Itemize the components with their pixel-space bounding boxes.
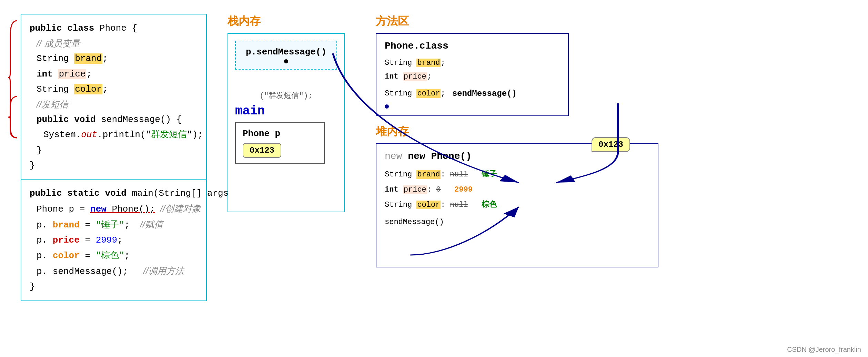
class-line-5: String color;	[37, 82, 198, 97]
phone-class-title: Phone.class	[385, 41, 560, 51]
stack-section: 栈内存 p.sendMessage() ("群发短信"); main Phone…	[228, 14, 359, 212]
heap-address-badge: 0x123	[592, 137, 630, 152]
class-line-9: }	[37, 143, 198, 158]
red-brace-method	[7, 93, 21, 141]
main-line-3: p. brand = "锤子"; //赋值	[37, 217, 198, 233]
method-send-label: sendMessage()	[452, 86, 517, 101]
class-line-2: // 成员变量	[37, 36, 198, 51]
heap-outer-box: 0x123 new new Phone() String brand: null…	[376, 143, 658, 267]
method-outer-box: Phone.class String brand; int price; Str…	[376, 33, 569, 116]
main-line-1: public static void main(String[] args) {	[30, 186, 198, 201]
heap-field-1: String brand: null 锤子	[385, 167, 649, 182]
method-send-row: String color; sendMessage()	[385, 86, 560, 101]
diagram-panel: 栈内存 p.sendMessage() ("群发短信"); main Phone…	[228, 14, 847, 345]
stack-title: 栈内存	[228, 14, 359, 29]
main-line-6: p. sendMessage(); //调用方法	[37, 263, 198, 279]
class-line-3: String brand;	[37, 51, 198, 66]
heap-field-3: String color: null 棕色	[385, 197, 649, 213]
class-line-1: public class Phone {	[30, 21, 198, 36]
class-line-4: int price;	[37, 67, 198, 82]
main-line-5: p. color = "棕色";	[37, 248, 198, 263]
method-field-2: int price;	[385, 70, 560, 84]
heap-section: 堆内存 0x123 new new Phone() String brand: …	[376, 124, 658, 267]
main-code-box: public static void main(String[] args) {…	[21, 179, 207, 301]
class-line-6: //发短信	[37, 97, 198, 112]
code-panel: public class Phone { // 成员变量 String bran…	[21, 14, 207, 301]
heap-field-2: int price: 0 2999	[385, 182, 649, 197]
main-label: main	[235, 104, 337, 118]
stack-method-box: p.sendMessage()	[235, 41, 337, 70]
class-code-box: public class Phone { // 成员变量 String bran…	[21, 14, 207, 179]
stack-outer-box: p.sendMessage() ("群发短信"); main Phone p 0…	[228, 33, 345, 212]
new-phone-label: new new Phone()	[385, 151, 649, 162]
class-line-7: public void sendMessage() {	[37, 112, 198, 127]
main-line-4: p. price = 2999;	[37, 233, 198, 248]
heap-send-method: sendMessage()	[385, 215, 649, 230]
main-container: public class Phone { // 成员变量 String bran…	[0, 0, 868, 357]
stack-string: ("群发短信");	[235, 90, 337, 101]
method-title: 方法区	[376, 14, 569, 29]
main-line-7: }	[30, 279, 198, 294]
method-field-1: String brand;	[385, 56, 560, 70]
stack-dot	[284, 59, 288, 63]
class-line-10: }	[30, 158, 198, 173]
main-line-2: Phone p = new Phone(); //创建对象	[37, 201, 198, 217]
method-section: 方法区 Phone.class String brand; int price;…	[376, 14, 569, 116]
heap-fields: String brand: null 锤子 int price: 0 2999 …	[385, 167, 649, 230]
method-inner-content: String brand; int price; String color; s…	[385, 56, 560, 109]
method-dot	[385, 104, 389, 109]
phone-address-badge: 0x123	[243, 143, 281, 158]
phone-p-box: Phone p 0x123	[235, 122, 325, 164]
phone-p-label: Phone p	[243, 129, 317, 139]
class-line-8: System.out.println("群发短信");	[43, 127, 198, 142]
watermark: CSDN @Jeroro_franklin	[787, 346, 861, 354]
